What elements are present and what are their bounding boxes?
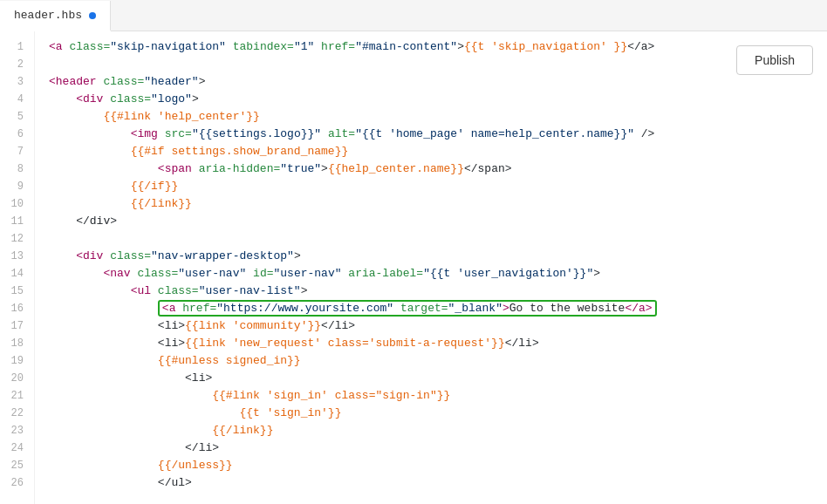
code-line: <a href="https://www.yoursite.com" targe… <box>49 300 827 317</box>
line-number: 12 <box>0 230 24 248</box>
line-number: 10 <box>0 195 24 213</box>
token: {{help_center.name}} <box>328 162 464 175</box>
token: "{{t 'home_page' name=help_center.name}}… <box>355 127 634 140</box>
code-line: <a class="skip-navigation" tabindex="1" … <box>49 38 827 56</box>
token: <header <box>49 75 97 88</box>
token: {{t 'sign_in'}} <box>239 406 341 419</box>
publish-button[interactable]: Publish <box>736 45 813 75</box>
token: "{{settings.logo}}" <box>192 127 321 140</box>
code-line: {{t 'sign_in'}} <box>49 405 827 422</box>
token: "user-nav-list" <box>199 284 301 297</box>
line-number: 17 <box>0 317 24 335</box>
token <box>49 424 212 437</box>
token: </li> <box>505 337 539 350</box>
code-line: <li> <box>49 370 827 387</box>
code-line: {{#link 'sign_in' class="sign-in"}} <box>49 387 827 405</box>
token <box>49 127 131 140</box>
token: </a> <box>627 40 654 53</box>
token <box>49 215 76 228</box>
token: </li> <box>185 441 219 454</box>
token: {{#unless signed_in}} <box>158 354 301 367</box>
token <box>49 319 158 332</box>
token: {{/link}} <box>212 424 273 437</box>
token: "1" <box>294 40 314 53</box>
token: > <box>457 40 464 53</box>
token: {{link 'new_request' class='submit-a-req… <box>185 337 505 350</box>
token <box>246 267 253 280</box>
line-number: 2 <box>0 56 24 73</box>
token: {{#link 'help_center'}} <box>103 110 259 123</box>
token: <div <box>76 92 103 106</box>
token <box>49 197 131 210</box>
line-number: 11 <box>0 213 24 230</box>
token: src= <box>165 127 192 140</box>
token: "header" <box>144 75 198 88</box>
code-line: <header class="header"> <box>49 73 827 91</box>
token: /> <box>634 127 654 140</box>
line-number: 7 <box>0 143 24 160</box>
line-number: 8 <box>0 160 24 178</box>
code-line: <img src="{{settings.logo}}" alt="{{t 'h… <box>49 126 827 143</box>
code-line: {{#if settings.show_brand_name}} <box>49 143 827 160</box>
token: class= <box>110 92 151 106</box>
token: <img <box>131 127 158 140</box>
code-line: {{/unless}} <box>49 457 827 474</box>
token: "nav-wrapper-desktop" <box>151 249 294 262</box>
tab-filename: header.hbs <box>14 9 82 22</box>
code-line: {{/link}} <box>49 195 827 213</box>
token: {{/unless}} <box>158 459 233 472</box>
token: <ul <box>131 284 151 297</box>
token: "{{t 'user_navigation'}}" <box>423 267 593 280</box>
code-line: </li> <box>49 439 827 457</box>
highlighted-line-box: <a href="https://www.yoursite.com" targe… <box>158 300 657 317</box>
line-number: 13 <box>0 248 24 265</box>
token <box>49 249 76 262</box>
token: aria-hidden= <box>199 162 281 175</box>
line-number: 5 <box>0 108 24 126</box>
code-line: <span aria-hidden="true">{{help_center.n… <box>49 160 827 178</box>
token <box>49 267 103 280</box>
token <box>49 476 158 489</box>
line-number: 21 <box>0 387 24 405</box>
token <box>49 406 239 419</box>
editor-container: 1234567891011121314151617181920212223242… <box>0 31 827 504</box>
line-number: 14 <box>0 265 24 283</box>
token: > <box>294 249 301 262</box>
token: "#main-content" <box>355 40 457 53</box>
token <box>49 110 103 123</box>
code-line: </div> <box>49 213 827 230</box>
token: {{/link}} <box>131 197 192 210</box>
token: class= <box>137 267 178 280</box>
token: "user-nav" <box>178 267 246 280</box>
token: {{#if settings.show_brand_name}} <box>131 145 349 158</box>
token: class= <box>69 40 110 53</box>
token <box>49 92 76 106</box>
token: > <box>199 75 206 88</box>
token: class= <box>158 284 199 297</box>
line-number: 16 <box>0 300 24 317</box>
token: <li> <box>158 319 185 332</box>
code-line: </ul> <box>49 474 827 492</box>
tab-header-hbs[interactable]: header.hbs <box>0 1 111 31</box>
token: <li> <box>158 337 185 350</box>
token: class= <box>103 75 144 88</box>
code-area[interactable]: <a class="skip-navigation" tabindex="1" … <box>35 31 827 504</box>
code-line: {{/link}} <box>49 422 827 439</box>
token: href= <box>321 40 355 53</box>
token: </div> <box>76 215 117 228</box>
token: alt= <box>328 127 355 140</box>
token: <span <box>158 162 192 175</box>
token <box>49 145 131 158</box>
code-line: {{/if}} <box>49 178 827 195</box>
token <box>49 162 158 175</box>
token: aria-label= <box>348 267 423 280</box>
token <box>49 371 185 385</box>
code-line: <ul class="user-nav-list"> <box>49 283 827 300</box>
line-numbers-gutter: 1234567891011121314151617181920212223242… <box>0 31 35 504</box>
line-number: 3 <box>0 73 24 91</box>
token <box>49 389 212 402</box>
token: <nav <box>103 267 130 280</box>
token <box>151 284 158 297</box>
token: </li> <box>321 319 355 332</box>
code-line: <li>{{link 'community'}}</li> <box>49 317 827 335</box>
